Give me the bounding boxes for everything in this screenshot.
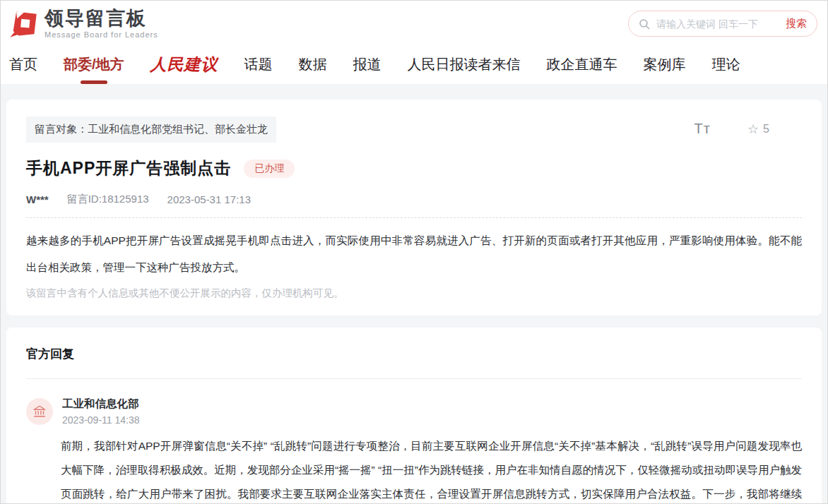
nav-item-home[interactable]: 首页 (9, 55, 37, 76)
nav-item-peoples-suggestions[interactable]: 人民建议 (150, 54, 218, 77)
star-icon: ☆ (747, 121, 759, 137)
message-meta: W*** 留言ID:18125913 2023-05-31 17:13 (26, 193, 802, 218)
nav-item-ministries-local[interactable]: 部委/地方 (64, 55, 124, 76)
main-nav: 首页 部委/地方 人民建议 话题 数据 报道 人民日报读者来信 政企直通车 案例… (1, 47, 827, 84)
official-reply-card: 官方回复 工业和信息化部 2023-09-11 14:38 (6, 328, 822, 504)
nav-item-data[interactable]: 数据 (299, 55, 327, 76)
site-logo[interactable]: 领导留言板 Message Board for Leaders (8, 8, 158, 40)
nav-item-theory[interactable]: 理论 (712, 55, 740, 76)
status-badge: 已办理 (244, 160, 295, 178)
message-id: 留言ID:18125913 (67, 193, 149, 206)
star-count: 5 (763, 123, 769, 136)
message-card: 留言对象：工业和信息化部党组书记、部长金壮龙 Tт ☆ 5 手机APP开屏广告强… (6, 100, 822, 316)
page: 领导留言板 Message Board for Leaders 搜索 首页 部委… (0, 0, 828, 504)
reply-time: 2023-09-11 14:38 (62, 414, 140, 426)
reply-header: 工业和信息化部 2023-09-11 14:38 (26, 397, 802, 426)
reply-section-title: 官方回复 (26, 346, 802, 362)
reply-content: 前期，我部针对APP开屏弹窗信息“关不掉” “乱跳转”问题进行专项整治，目前主要… (61, 434, 802, 504)
nav-item-reports[interactable]: 报道 (353, 55, 382, 76)
message-author: W*** (26, 193, 49, 205)
government-building-icon (32, 404, 47, 419)
search-button[interactable]: 搜索 (786, 17, 807, 30)
logo-subtitle: Message Board for Leaders (45, 30, 158, 39)
message-tools: Tт ☆ 5 (694, 121, 769, 137)
nav-item-reader-letters[interactable]: 人民日报读者来信 (408, 55, 521, 76)
message-target-tag: 留言对象：工业和信息化部党组书记、部长金壮龙 (26, 116, 276, 143)
nav-item-case-library[interactable]: 案例库 (644, 55, 686, 76)
message-title: 手机APP开屏广告强制点击 (26, 157, 231, 179)
message-content: 越来越多的手机APP把开屏广告设置成摇晃手机即点击进入，而实际使用中非常容易就进… (26, 227, 802, 281)
message-title-row: 手机APP开屏广告强制点击 已办理 (26, 157, 802, 179)
search-box[interactable]: 搜索 (628, 11, 817, 37)
privacy-note: 该留言中含有个人信息或其他不便公开展示的内容，仅办理机构可见。 (26, 287, 802, 300)
nav-item-gov-enterprise[interactable]: 政企直通车 (547, 55, 617, 76)
agency-avatar (26, 398, 53, 425)
message-time: 2023-05-31 17:13 (167, 193, 251, 205)
favorite-control[interactable]: ☆ 5 (747, 121, 769, 137)
message-top-row: 留言对象：工业和信息化部党组书记、部长金壮龙 Tт ☆ 5 (26, 116, 802, 143)
logo-mark-icon (8, 8, 39, 40)
font-size-toggle-icon[interactable]: Tт (694, 121, 711, 137)
agency-info: 工业和信息化部 2023-09-11 14:38 (62, 397, 140, 426)
reply-item: 工业和信息化部 2023-09-11 14:38 前期，我部针对APP开屏弹窗信… (26, 397, 802, 504)
site-header: 领导留言板 Message Board for Leaders 搜索 (1, 1, 827, 47)
reply-divider (26, 378, 802, 379)
logo-title: 领导留言板 (45, 8, 158, 28)
search-icon (639, 18, 650, 30)
logo-text: 领导留言板 Message Board for Leaders (45, 8, 158, 38)
search-input[interactable] (656, 18, 786, 30)
agency-name: 工业和信息化部 (62, 397, 140, 412)
nav-item-topics[interactable]: 话题 (244, 55, 273, 76)
